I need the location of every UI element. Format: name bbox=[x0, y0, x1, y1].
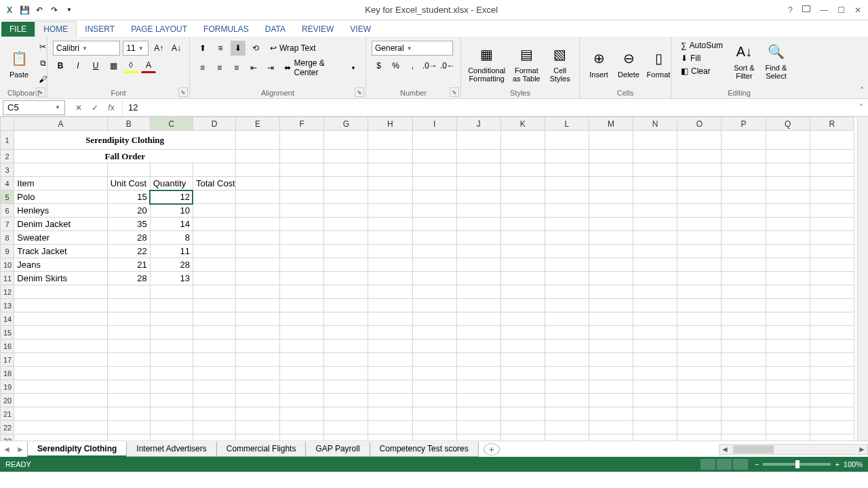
cell[interactable] bbox=[810, 218, 854, 231]
cell[interactable] bbox=[500, 150, 545, 163]
add-sheet-button[interactable]: + bbox=[484, 443, 500, 455]
align-left-icon[interactable]: ≡ bbox=[195, 60, 210, 75]
cell[interactable] bbox=[500, 231, 545, 245]
insert-cells-button[interactable]: ⊕ Insert bbox=[585, 46, 612, 80]
cell[interactable] bbox=[766, 434, 810, 441]
cell[interactable] bbox=[193, 245, 235, 258]
cell[interactable] bbox=[722, 340, 766, 353]
close-icon[interactable]: ✕ bbox=[854, 5, 861, 15]
cell[interactable] bbox=[677, 407, 722, 421]
cell[interactable] bbox=[545, 150, 589, 163]
cell[interactable] bbox=[324, 285, 368, 299]
cell[interactable] bbox=[500, 299, 545, 312]
zoom-in-icon[interactable]: + bbox=[835, 460, 839, 468]
tab-formulas[interactable]: FORMULAS bbox=[195, 22, 257, 37]
cell[interactable] bbox=[368, 245, 412, 258]
font-name-combo[interactable]: Calibri▼ bbox=[53, 41, 120, 56]
cell[interactable] bbox=[324, 131, 368, 150]
cell[interactable] bbox=[545, 285, 589, 299]
cell[interactable] bbox=[766, 326, 810, 340]
minimize-icon[interactable]: — bbox=[820, 5, 828, 15]
cell[interactable] bbox=[633, 367, 677, 380]
cell[interactable] bbox=[412, 272, 456, 285]
cell[interactable] bbox=[150, 421, 193, 434]
cell[interactable] bbox=[107, 312, 150, 326]
cell[interactable] bbox=[280, 245, 324, 258]
cell[interactable] bbox=[107, 326, 150, 340]
cell[interactable] bbox=[456, 299, 500, 312]
cell[interactable]: Denim Jacket bbox=[14, 218, 107, 231]
fill-color-icon[interactable]: ◊ bbox=[123, 58, 138, 73]
cell[interactable] bbox=[368, 190, 412, 204]
cell[interactable] bbox=[545, 380, 589, 394]
row-header[interactable]: 1 bbox=[1, 131, 14, 150]
cell[interactable] bbox=[236, 299, 280, 312]
undo-icon[interactable]: ↶ bbox=[34, 5, 45, 16]
cell[interactable] bbox=[545, 434, 589, 441]
row-header[interactable]: 9 bbox=[1, 245, 14, 258]
cell[interactable] bbox=[236, 204, 280, 218]
row-header[interactable]: 3 bbox=[1, 163, 14, 177]
cell[interactable] bbox=[633, 272, 677, 285]
zoom-slider[interactable] bbox=[763, 463, 831, 466]
spreadsheet-grid[interactable]: ABCDEFGHIJKLMNOPQR1Serendipity Clothing2… bbox=[0, 117, 868, 441]
cell[interactable] bbox=[14, 353, 107, 367]
bold-icon[interactable]: B bbox=[53, 58, 68, 73]
cell[interactable] bbox=[677, 131, 722, 150]
cell[interactable] bbox=[193, 367, 235, 380]
cell[interactable] bbox=[500, 245, 545, 258]
cell[interactable] bbox=[766, 218, 810, 231]
row-header[interactable]: 19 bbox=[1, 380, 14, 394]
column-header[interactable]: I bbox=[412, 117, 456, 131]
cell[interactable] bbox=[412, 299, 456, 312]
sheet-tab[interactable]: Serendipity Clothing bbox=[27, 442, 127, 457]
tab-review[interactable]: REVIEW bbox=[294, 22, 342, 37]
cell[interactable] bbox=[633, 285, 677, 299]
cell[interactable] bbox=[412, 367, 456, 380]
cell[interactable] bbox=[193, 272, 235, 285]
cell[interactable] bbox=[107, 299, 150, 312]
cell[interactable] bbox=[810, 190, 854, 204]
cell[interactable] bbox=[766, 367, 810, 380]
cell[interactable] bbox=[193, 353, 235, 367]
cell[interactable] bbox=[589, 394, 633, 407]
paste-button[interactable]: 📋 Paste bbox=[5, 46, 33, 80]
cell[interactable] bbox=[412, 231, 456, 245]
cell[interactable] bbox=[722, 204, 766, 218]
cell[interactable] bbox=[193, 394, 235, 407]
page-layout-view-icon[interactable] bbox=[717, 459, 732, 470]
percent-format-icon[interactable]: % bbox=[389, 58, 403, 73]
cell[interactable] bbox=[766, 407, 810, 421]
cell[interactable] bbox=[810, 204, 854, 218]
cell[interactable]: 10 bbox=[150, 204, 193, 218]
fill-button[interactable]: ⬇Fill bbox=[677, 52, 727, 64]
cell[interactable] bbox=[456, 131, 500, 150]
cell[interactable] bbox=[14, 163, 107, 177]
cell[interactable] bbox=[150, 340, 193, 353]
cell[interactable] bbox=[633, 407, 677, 421]
cell[interactable] bbox=[500, 394, 545, 407]
cell[interactable] bbox=[456, 218, 500, 231]
cell[interactable] bbox=[810, 434, 854, 441]
cell[interactable] bbox=[368, 131, 412, 150]
cell[interactable]: 28 bbox=[107, 272, 150, 285]
cell[interactable] bbox=[193, 326, 235, 340]
cell[interactable] bbox=[766, 163, 810, 177]
cell[interactable] bbox=[677, 190, 722, 204]
cell[interactable] bbox=[677, 204, 722, 218]
cell[interactable] bbox=[810, 272, 854, 285]
cell[interactable] bbox=[545, 231, 589, 245]
row-header[interactable]: 23 bbox=[1, 434, 14, 441]
cell[interactable] bbox=[280, 380, 324, 394]
merge-center-button[interactable]: ⬌ Merge & Center ▼ bbox=[280, 57, 360, 79]
tab-data[interactable]: DATA bbox=[257, 22, 294, 37]
cell[interactable]: Henleys bbox=[14, 204, 107, 218]
cell[interactable] bbox=[633, 340, 677, 353]
cell[interactable] bbox=[412, 407, 456, 421]
cell[interactable]: Total Cost bbox=[193, 177, 235, 190]
cell[interactable] bbox=[500, 407, 545, 421]
tab-home[interactable]: HOME bbox=[35, 21, 77, 37]
align-bottom-icon[interactable]: ⬇ bbox=[231, 41, 245, 56]
cell[interactable] bbox=[280, 299, 324, 312]
cell[interactable] bbox=[368, 218, 412, 231]
